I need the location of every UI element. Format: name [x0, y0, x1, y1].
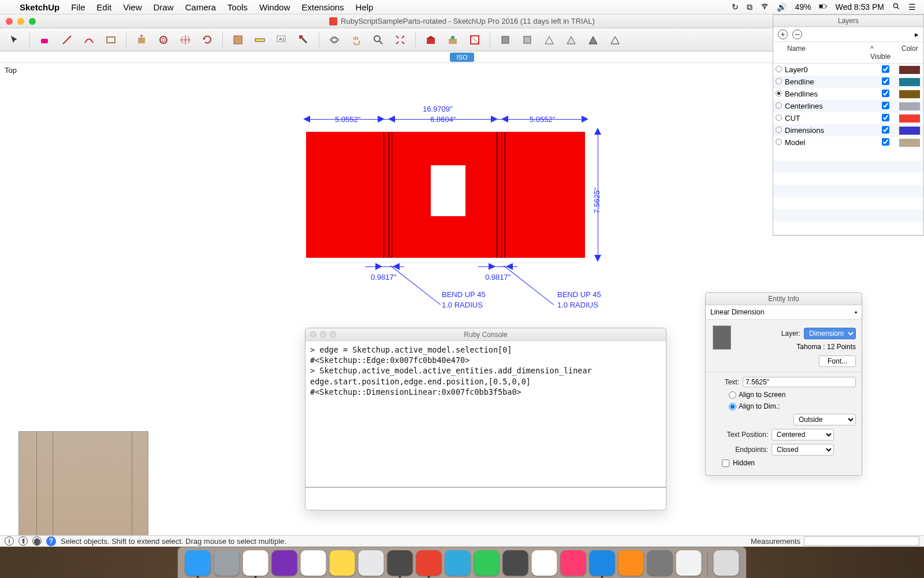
line-tool[interactable] — [58, 31, 76, 49]
status-person-icon[interactable]: i — [5, 536, 14, 546]
layer-visible-checkbox[interactable] — [871, 102, 899, 111]
layer-name[interactable]: Model — [784, 138, 871, 147]
layer-active-radio[interactable] — [773, 65, 784, 74]
align-select[interactable]: Outside — [793, 414, 856, 425]
layer-color-swatch[interactable] — [899, 78, 920, 86]
layer-visible-checkbox[interactable] — [871, 126, 899, 135]
close-icon[interactable] — [310, 331, 316, 338]
dock-protools[interactable] — [272, 550, 297, 576]
layer-select[interactable]: Dimensions — [804, 328, 856, 339]
model-face[interactable] — [306, 132, 585, 258]
tape-tool[interactable] — [251, 31, 269, 49]
layer-name[interactable]: Bendlines — [784, 90, 871, 98]
scale-tool[interactable] — [229, 31, 247, 49]
scene-tab-iso[interactable]: ISO — [450, 53, 475, 62]
layers-panel[interactable]: Layers + − ▸ Name ^ Visible Color Layer0… — [773, 14, 924, 236]
menu-draw[interactable]: Draw — [153, 2, 173, 12]
dock-itunes[interactable] — [561, 550, 586, 576]
move-tool[interactable] — [177, 31, 194, 49]
dock-photos[interactable] — [532, 550, 557, 576]
menu-file[interactable]: File — [71, 2, 85, 12]
shaded-tool[interactable] — [584, 31, 602, 49]
help-icon[interactable]: ? — [46, 536, 56, 546]
textpos-select[interactable]: Centered — [772, 429, 834, 440]
layer-row[interactable]: Layer0 — [773, 64, 923, 76]
add-layer-button[interactable]: + — [778, 29, 788, 39]
menu-tools[interactable]: Tools — [228, 2, 248, 12]
eraser-tool[interactable] — [36, 31, 54, 49]
arc-tool[interactable] — [80, 31, 98, 49]
timemachine-icon[interactable]: ↻ — [732, 2, 739, 12]
layer-active-radio[interactable] — [773, 114, 784, 123]
measurements-input[interactable] — [804, 536, 919, 546]
spotlight-icon[interactable] — [892, 2, 900, 12]
layer-color-swatch[interactable] — [899, 114, 920, 123]
col-color[interactable]: Color — [898, 42, 923, 63]
minimize-icon[interactable] — [17, 18, 24, 25]
layer-color-swatch[interactable] — [899, 102, 920, 110]
layer-row[interactable]: Bendlines — [773, 88, 923, 100]
layer-color-swatch[interactable] — [899, 127, 920, 135]
zoom-icon[interactable] — [29, 18, 36, 25]
layout-tool[interactable] — [466, 31, 483, 49]
align-dim-radio[interactable] — [729, 403, 736, 410]
col-name[interactable]: Name — [784, 42, 867, 63]
menu-edit[interactable]: Edit — [96, 2, 111, 12]
bluetooth-icon[interactable]: ⧉ — [747, 2, 752, 12]
dock-vlc[interactable] — [619, 550, 644, 576]
dock-notes[interactable] — [330, 550, 355, 576]
dock-appstore[interactable] — [590, 550, 615, 576]
xray-tool[interactable] — [497, 31, 514, 49]
hidden-tool[interactable] — [562, 31, 580, 49]
dock-evernote[interactable] — [676, 550, 702, 576]
offset-tool[interactable] — [155, 31, 172, 49]
warehouse-tool[interactable] — [422, 31, 439, 49]
layer-name[interactable]: Bendline — [784, 77, 871, 86]
layer-active-radio[interactable] — [773, 126, 784, 135]
layer-row[interactable]: Bendline — [773, 76, 923, 88]
layer-visible-checkbox[interactable] — [871, 90, 899, 99]
dock-chrome[interactable] — [243, 550, 269, 576]
close-icon[interactable] — [6, 18, 13, 25]
dock-facetime[interactable] — [474, 550, 500, 576]
menu-view[interactable]: View — [123, 2, 141, 12]
dock-trash[interactable] — [714, 550, 739, 576]
menu-help[interactable]: Help — [356, 2, 374, 12]
wifi-icon[interactable] — [761, 2, 769, 12]
dock-photobooth[interactable] — [503, 550, 528, 576]
dock-sublime[interactable] — [388, 550, 413, 576]
text-input[interactable] — [743, 377, 856, 387]
layer-visible-checkbox[interactable] — [871, 77, 899, 87]
zoom-extents-tool[interactable] — [392, 31, 409, 49]
layer-visible-checkbox[interactable] — [871, 138, 899, 147]
layer-menu-icon[interactable]: ▸ — [915, 30, 919, 39]
layer-row[interactable]: CUT — [773, 112, 923, 124]
menu-window[interactable]: Window — [259, 2, 290, 12]
layer-color-swatch[interactable] — [899, 139, 920, 147]
rotate-tool[interactable] — [199, 31, 216, 49]
layer-color-swatch[interactable] — [899, 90, 920, 98]
wireframe-tool[interactable] — [541, 31, 558, 49]
app-name[interactable]: SketchUp — [20, 2, 59, 12]
layer-name[interactable]: Dimensions — [784, 126, 871, 135]
zoom-icon[interactable] — [330, 331, 336, 338]
zoom-tool[interactable] — [370, 31, 387, 49]
select-tool[interactable] — [6, 31, 23, 49]
window-controls[interactable] — [6, 18, 36, 25]
align-screen-radio[interactable] — [729, 391, 736, 399]
notification-icon[interactable]: ☰ — [908, 2, 916, 12]
volume-icon[interactable]: 🔊 — [777, 2, 787, 12]
orbit-tool[interactable] — [326, 31, 343, 49]
mono-tool[interactable] — [606, 31, 624, 49]
backface-tool[interactable] — [519, 31, 536, 49]
layer-visible-checkbox[interactable] — [871, 65, 899, 75]
endpoints-select[interactable]: Closed — [772, 444, 834, 455]
pushpull-tool[interactable] — [133, 31, 150, 49]
console-output[interactable]: > edge = Sketchup.active_model.selection… — [305, 341, 666, 487]
layer-row[interactable]: Centerlines — [773, 100, 923, 112]
pan-tool[interactable] — [348, 31, 365, 49]
minimize-icon[interactable] — [320, 331, 326, 338]
paint-tool[interactable] — [295, 31, 312, 49]
layer-visible-checkbox[interactable] — [871, 114, 899, 123]
col-visible[interactable]: Visible — [870, 53, 891, 61]
